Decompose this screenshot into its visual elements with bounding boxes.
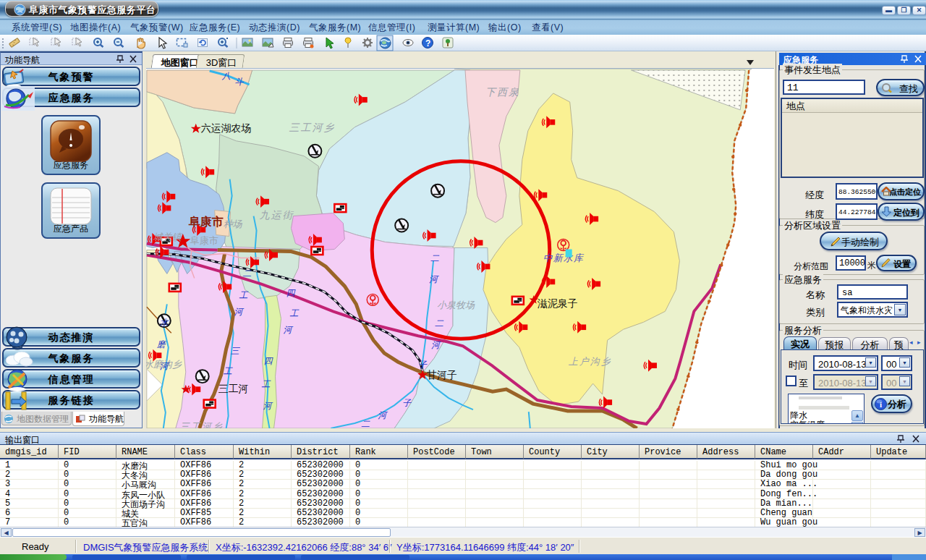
svg-text:种场: 种场 xyxy=(224,219,243,229)
svg-text:三工河乡: 三工河乡 xyxy=(289,122,335,133)
svg-text:中新水库: 中新水库 xyxy=(543,253,585,263)
svg-text:磨: 磨 xyxy=(157,339,167,349)
svg-text:阜康市: 阜康市 xyxy=(190,236,218,247)
svg-text:?: ? xyxy=(425,38,430,48)
svg-text:工: 工 xyxy=(239,290,249,300)
svg-text:子: 子 xyxy=(418,360,428,370)
svg-text:斗: 斗 xyxy=(235,77,245,87)
svg-text:四: 四 xyxy=(264,356,274,366)
svg-text:阜康市: 阜康市 xyxy=(188,215,224,228)
svg-text:河: 河 xyxy=(234,307,245,317)
svg-text:甘河子: 甘河子 xyxy=(427,369,457,381)
svg-text:上户沟乡: 上户沟乡 xyxy=(569,356,612,367)
svg-text:河: 河 xyxy=(263,401,273,411)
svg-text:二: 二 xyxy=(430,253,440,263)
svg-text:河: 河 xyxy=(431,340,441,350)
svg-text:工: 工 xyxy=(289,308,299,318)
svg-text:二: 二 xyxy=(243,268,252,279)
svg-text:二: 二 xyxy=(361,419,370,428)
svg-text:子: 子 xyxy=(402,398,412,408)
svg-text:河: 河 xyxy=(429,274,439,284)
svg-text:六运湖农场: 六运湖农场 xyxy=(201,122,252,134)
svg-text:河: 河 xyxy=(378,410,388,420)
svg-text:二: 二 xyxy=(435,318,444,328)
svg-text:小泉牧场: 小泉牧场 xyxy=(437,300,475,310)
svg-text:三工河乡: 三工河乡 xyxy=(180,421,224,428)
svg-text:滋泥泉子: 滋泥泉子 xyxy=(538,297,578,309)
svg-text:下西泉: 下西泉 xyxy=(485,86,520,98)
svg-text:城关镇: 城关镇 xyxy=(153,232,183,242)
svg-text:八: 八 xyxy=(221,71,231,81)
svg-text:三工河: 三工河 xyxy=(218,383,249,394)
svg-text:工: 工 xyxy=(224,366,233,376)
svg-text:河: 河 xyxy=(283,325,293,335)
svg-text:四: 四 xyxy=(286,288,296,298)
svg-text:工: 工 xyxy=(262,379,271,389)
svg-text:三: 三 xyxy=(231,346,240,356)
svg-text:九运街: 九运街 xyxy=(260,209,294,221)
svg-text:河: 河 xyxy=(160,361,170,371)
svg-text:水: 水 xyxy=(160,318,169,328)
svg-text:i: i xyxy=(880,400,882,409)
